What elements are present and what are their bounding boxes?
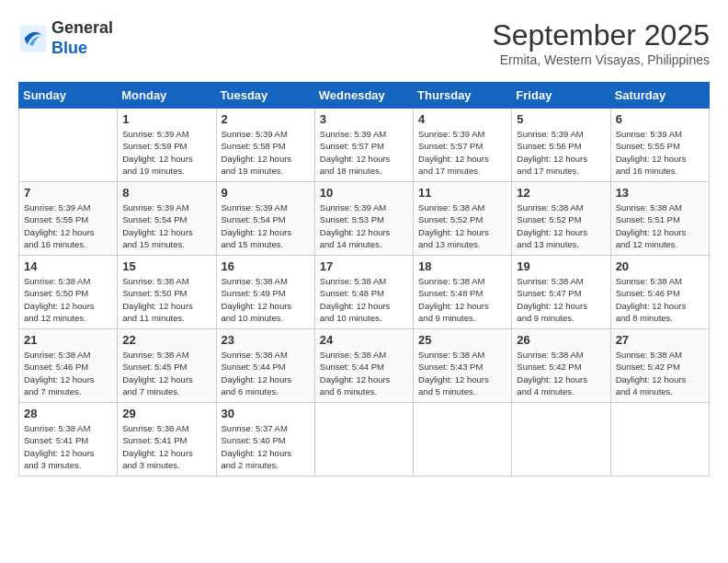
logo-text: General Blue <box>51 18 113 58</box>
day-number: 29 <box>122 407 210 420</box>
cell-info: Sunrise: 5:39 AM Sunset: 5:59 PM Dayligh… <box>122 128 210 177</box>
cell-info: Sunrise: 5:38 AM Sunset: 5:46 PM Dayligh… <box>24 349 112 397</box>
location-subtitle: Ermita, Western Visayas, Philippines <box>492 52 710 67</box>
calendar-cell <box>610 403 709 477</box>
calendar-cell: 26Sunrise: 5:38 AM Sunset: 5:42 PM Dayli… <box>512 329 610 403</box>
cell-info: Sunrise: 5:38 AM Sunset: 5:51 PM Dayligh… <box>616 201 704 250</box>
col-header-sunday: Sunday <box>19 83 118 109</box>
cell-info: Sunrise: 5:38 AM Sunset: 5:45 PM Dayligh… <box>122 349 210 397</box>
cell-info: Sunrise: 5:38 AM Sunset: 5:49 PM Dayligh… <box>222 275 310 324</box>
day-number: 21 <box>24 333 112 347</box>
calendar-cell: 27Sunrise: 5:38 AM Sunset: 5:42 PM Dayli… <box>610 329 709 403</box>
calendar-cell: 21Sunrise: 5:38 AM Sunset: 5:46 PM Dayli… <box>19 329 118 403</box>
day-number: 3 <box>320 112 408 126</box>
day-number: 6 <box>616 112 704 126</box>
day-number: 1 <box>122 112 210 126</box>
calendar-cell: 18Sunrise: 5:38 AM Sunset: 5:48 PM Dayli… <box>414 256 512 329</box>
cell-info: Sunrise: 5:38 AM Sunset: 5:44 PM Dayligh… <box>222 349 310 397</box>
calendar-cell: 25Sunrise: 5:38 AM Sunset: 5:43 PM Dayli… <box>414 329 512 403</box>
cell-info: Sunrise: 5:37 AM Sunset: 5:40 PM Dayligh… <box>222 422 310 471</box>
calendar-cell: 5Sunrise: 5:39 AM Sunset: 5:56 PM Daylig… <box>512 109 610 182</box>
calendar-cell: 23Sunrise: 5:38 AM Sunset: 5:44 PM Dayli… <box>216 329 314 403</box>
calendar-cell: 24Sunrise: 5:38 AM Sunset: 5:44 PM Dayli… <box>314 329 413 403</box>
calendar-cell: 8Sunrise: 5:39 AM Sunset: 5:54 PM Daylig… <box>118 182 216 256</box>
logo: General Blue <box>18 18 113 58</box>
col-header-thursday: Thursday <box>414 83 512 109</box>
cell-info: Sunrise: 5:38 AM Sunset: 5:41 PM Dayligh… <box>24 422 112 471</box>
cell-info: Sunrise: 5:38 AM Sunset: 5:48 PM Dayligh… <box>418 275 506 324</box>
calendar-cell: 11Sunrise: 5:38 AM Sunset: 5:52 PM Dayli… <box>414 182 512 256</box>
calendar-cell: 20Sunrise: 5:38 AM Sunset: 5:46 PM Dayli… <box>610 256 709 329</box>
day-number: 20 <box>616 259 704 273</box>
cell-info: Sunrise: 5:39 AM Sunset: 5:57 PM Dayligh… <box>418 128 506 177</box>
calendar-cell: 9Sunrise: 5:39 AM Sunset: 5:54 PM Daylig… <box>216 182 314 256</box>
cell-info: Sunrise: 5:38 AM Sunset: 5:47 PM Dayligh… <box>517 275 605 324</box>
day-number: 8 <box>122 186 210 200</box>
calendar-cell: 1Sunrise: 5:39 AM Sunset: 5:59 PM Daylig… <box>118 109 216 182</box>
title-block: September 2025 Ermita, Western Visayas, … <box>492 18 710 67</box>
cell-info: Sunrise: 5:38 AM Sunset: 5:52 PM Dayligh… <box>418 201 506 250</box>
day-number: 16 <box>222 259 310 273</box>
week-row-2: 7Sunrise: 5:39 AM Sunset: 5:55 PM Daylig… <box>19 182 710 256</box>
cell-info: Sunrise: 5:38 AM Sunset: 5:52 PM Dayligh… <box>517 201 605 250</box>
day-number: 28 <box>24 407 112 420</box>
header-row: SundayMondayTuesdayWednesdayThursdayFrid… <box>19 83 710 109</box>
week-row-5: 28Sunrise: 5:38 AM Sunset: 5:41 PM Dayli… <box>19 403 710 477</box>
day-number: 30 <box>222 407 310 420</box>
cell-info: Sunrise: 5:39 AM Sunset: 5:56 PM Dayligh… <box>517 128 605 177</box>
col-header-saturday: Saturday <box>610 83 709 109</box>
day-number: 26 <box>517 333 605 347</box>
cell-info: Sunrise: 5:38 AM Sunset: 5:42 PM Dayligh… <box>517 349 605 397</box>
week-row-4: 21Sunrise: 5:38 AM Sunset: 5:46 PM Dayli… <box>19 329 710 403</box>
day-number: 17 <box>320 259 408 273</box>
day-number: 11 <box>418 186 506 200</box>
calendar-cell: 12Sunrise: 5:38 AM Sunset: 5:52 PM Dayli… <box>512 182 610 256</box>
calendar-cell: 6Sunrise: 5:39 AM Sunset: 5:55 PM Daylig… <box>610 109 709 182</box>
day-number: 25 <box>418 333 506 347</box>
calendar-cell <box>512 403 610 477</box>
day-number: 9 <box>222 186 310 200</box>
day-number: 23 <box>222 333 310 347</box>
cell-info: Sunrise: 5:38 AM Sunset: 5:43 PM Dayligh… <box>418 349 506 397</box>
calendar-cell: 30Sunrise: 5:37 AM Sunset: 5:40 PM Dayli… <box>216 403 314 477</box>
day-number: 19 <box>517 259 605 273</box>
cell-info: Sunrise: 5:38 AM Sunset: 5:50 PM Dayligh… <box>24 275 112 324</box>
cell-info: Sunrise: 5:39 AM Sunset: 5:55 PM Dayligh… <box>24 201 112 250</box>
calendar-cell: 3Sunrise: 5:39 AM Sunset: 5:57 PM Daylig… <box>314 109 413 182</box>
calendar-cell <box>414 403 512 477</box>
calendar-cell: 7Sunrise: 5:39 AM Sunset: 5:55 PM Daylig… <box>19 182 118 256</box>
cell-info: Sunrise: 5:38 AM Sunset: 5:41 PM Dayligh… <box>122 422 210 471</box>
col-header-friday: Friday <box>512 83 610 109</box>
day-number: 4 <box>418 112 506 126</box>
col-header-wednesday: Wednesday <box>314 83 413 109</box>
cell-info: Sunrise: 5:39 AM Sunset: 5:57 PM Dayligh… <box>320 128 408 177</box>
calendar-cell: 28Sunrise: 5:38 AM Sunset: 5:41 PM Dayli… <box>19 403 118 477</box>
calendar-cell: 4Sunrise: 5:39 AM Sunset: 5:57 PM Daylig… <box>414 109 512 182</box>
page-header: General Blue September 2025 Ermita, West… <box>18 18 710 67</box>
day-number: 12 <box>517 186 605 200</box>
calendar-cell <box>19 109 118 182</box>
calendar-table: SundayMondayTuesdayWednesdayThursdayFrid… <box>18 82 710 477</box>
calendar-cell: 17Sunrise: 5:38 AM Sunset: 5:48 PM Dayli… <box>314 256 413 329</box>
calendar-cell: 13Sunrise: 5:38 AM Sunset: 5:51 PM Dayli… <box>610 182 709 256</box>
cell-info: Sunrise: 5:39 AM Sunset: 5:54 PM Dayligh… <box>122 201 210 250</box>
month-title: September 2025 <box>492 18 710 52</box>
general-blue-icon <box>18 24 48 53</box>
cell-info: Sunrise: 5:39 AM Sunset: 5:58 PM Dayligh… <box>222 128 310 177</box>
cell-info: Sunrise: 5:39 AM Sunset: 5:55 PM Dayligh… <box>616 128 704 177</box>
svg-rect-0 <box>20 25 47 52</box>
day-number: 13 <box>616 186 704 200</box>
cell-info: Sunrise: 5:38 AM Sunset: 5:44 PM Dayligh… <box>320 349 408 397</box>
day-number: 2 <box>222 112 310 126</box>
day-number: 27 <box>616 333 704 347</box>
col-header-monday: Monday <box>118 83 216 109</box>
day-number: 15 <box>122 259 210 273</box>
cell-info: Sunrise: 5:38 AM Sunset: 5:50 PM Dayligh… <box>122 275 210 324</box>
calendar-cell: 15Sunrise: 5:38 AM Sunset: 5:50 PM Dayli… <box>118 256 216 329</box>
day-number: 7 <box>24 186 112 200</box>
calendar-cell: 14Sunrise: 5:38 AM Sunset: 5:50 PM Dayli… <box>19 256 118 329</box>
day-number: 22 <box>122 333 210 347</box>
cell-info: Sunrise: 5:39 AM Sunset: 5:54 PM Dayligh… <box>222 201 310 250</box>
day-number: 14 <box>24 259 112 273</box>
cell-info: Sunrise: 5:38 AM Sunset: 5:48 PM Dayligh… <box>320 275 408 324</box>
